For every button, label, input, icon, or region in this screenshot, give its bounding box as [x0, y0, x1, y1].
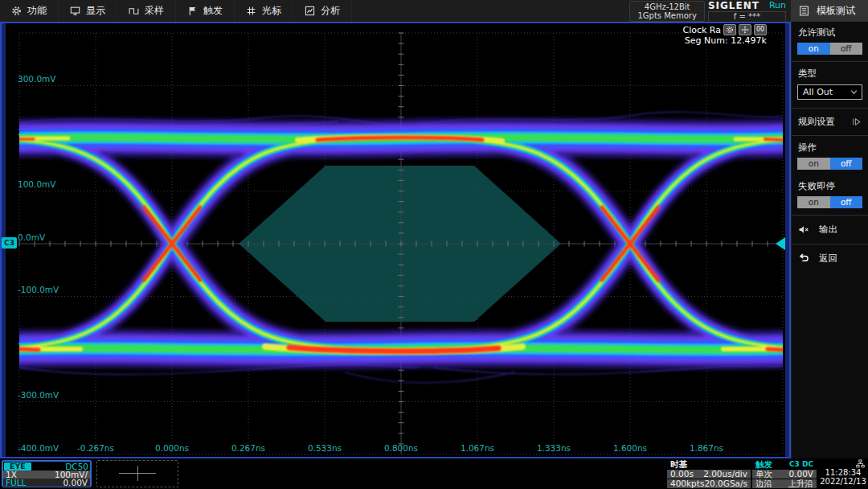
- move-icon: [741, 26, 749, 34]
- value-badge[interactable]: 00: [754, 24, 767, 35]
- speaker-mute-icon: [798, 224, 810, 235]
- channel-bandwidth: FULL: [6, 479, 26, 487]
- channel-offset: 0.00V: [63, 479, 88, 487]
- eye-diagram-waveform: 300.0mV200.0mV100.0mV0.0mV-100.0mV-200.0…: [0, 22, 791, 458]
- menu-item-label: 采样: [145, 4, 164, 18]
- allow-test-on-button[interactable]: on: [797, 43, 830, 55]
- channel-eye-badge: EYE: [4, 462, 31, 471]
- flag-icon: [187, 6, 198, 16]
- menu-items: 功能显示采样触发光标分析: [0, 0, 352, 22]
- x-axis-label: 1.067ns: [461, 443, 494, 453]
- x-axis-label: 0.800ns: [384, 443, 418, 453]
- channel-c3-marker[interactable]: C3: [2, 237, 17, 249]
- trigger-type: 边沿: [755, 479, 772, 488]
- menu-item-cursors[interactable]: 光标: [235, 0, 293, 22]
- menu-item-analysis[interactable]: 分析: [293, 0, 352, 22]
- stop-on-fail-toggle[interactable]: on off: [797, 196, 862, 208]
- x-axis-label: 1.333ns: [537, 443, 571, 453]
- stop-on-fail-on-button[interactable]: on: [797, 196, 830, 208]
- rule-settings-button[interactable]: 规则设置: [792, 109, 868, 134]
- x-axis-labels: -0.267ns0.000ns0.267ns0.533ns0.800ns1.06…: [77, 443, 723, 453]
- allow-test-off-button[interactable]: off: [830, 43, 863, 55]
- x-axis-label: 0.000ns: [155, 443, 189, 453]
- back-icon: [798, 253, 810, 264]
- y-axis-label: -100.0mV: [18, 285, 59, 294]
- waveform-display[interactable]: 300.0mV200.0mV100.0mV0.0mV-100.0mV-200.0…: [0, 22, 791, 458]
- brand-box: SIGLENT Run f = ***: [708, 0, 786, 23]
- x-axis-label: 0.533ns: [308, 443, 342, 453]
- operate-toggle[interactable]: on off: [797, 158, 862, 170]
- trigger-level-marker[interactable]: [776, 237, 785, 250]
- allow-test-label: 允许测试: [792, 22, 868, 41]
- rule-settings-label: 规则设置: [798, 116, 835, 128]
- clock-date: 2022/12/13: [820, 477, 866, 486]
- display-icon: [70, 6, 80, 16]
- segment-count: Seg Num: 12.497k: [682, 35, 767, 46]
- operate-off-button[interactable]: off: [830, 158, 863, 170]
- acquisition-status[interactable]: Run: [769, 0, 786, 10]
- y-axis-label: -400.0mV: [18, 443, 59, 453]
- menu-item-label: 功能: [27, 4, 47, 18]
- timebase-label: 时基: [670, 459, 687, 469]
- menu-item-trigger[interactable]: 触发: [176, 0, 235, 22]
- trigger-box[interactable]: 触发 C3 DC 单次 0.00V 边沿 上升沿: [752, 459, 817, 488]
- menubar-spacer: [352, 0, 629, 22]
- plus-icon: [137, 466, 138, 481]
- menu-bar: 功能显示采样触发光标分析 4GHz-12Bit 1Gpts Memory SIG…: [0, 0, 868, 22]
- menu-item-display[interactable]: 显示: [59, 0, 117, 22]
- mask-type-value: All Out: [803, 87, 833, 97]
- output-label: 输出: [819, 224, 837, 236]
- hardware-info: 4GHz-12Bit 1Gpts Memory: [629, 1, 704, 22]
- menu-item-label: 分析: [321, 4, 340, 18]
- plot-info-overlay: Clock Ra 00 Seg Num: 12.497k: [682, 24, 767, 46]
- x-axis-label: -0.267ns: [77, 443, 114, 453]
- allow-test-toggle[interactable]: on off: [797, 43, 862, 55]
- mask-type-dropdown[interactable]: All Out: [797, 84, 862, 100]
- menu-item-function[interactable]: 功能: [0, 0, 59, 22]
- y-axis-label: -300.0mV: [18, 390, 59, 400]
- cursors-icon: [246, 6, 256, 16]
- output-button[interactable]: 输出: [792, 216, 868, 243]
- trigger-mode: 单次: [755, 470, 772, 479]
- menu-item-label: 光标: [262, 4, 281, 18]
- analysis-icon: [305, 6, 315, 16]
- gear-icon: [726, 26, 734, 34]
- status-bar: EYE DC50 1X 100mV/ FULL 0.00V 时基 0.00s 2…: [0, 458, 868, 489]
- timebase-box[interactable]: 时基 0.00s 2.00us/div 400kpts 20.0GSa/s: [667, 459, 751, 488]
- datetime-box: 11:28:34 2022/12/13: [818, 459, 868, 488]
- timebase-delay: 0.00s: [670, 470, 694, 479]
- operate-on-button[interactable]: on: [797, 158, 830, 170]
- mask-test-panel: 允许测试 on off 类型 All Out 规则设置 操作 on off 失: [791, 22, 868, 458]
- x-axis-label: 0.267ns: [231, 443, 265, 453]
- add-channel-box[interactable]: [96, 460, 178, 487]
- stop-on-fail-off-button[interactable]: off: [830, 196, 863, 208]
- channel-info-box[interactable]: EYE DC50 1X 100mV/ FULL 0.00V: [2, 460, 92, 487]
- divider: [792, 61, 868, 62]
- network-icon: [856, 459, 865, 468]
- brand-logo: SIGLENT: [708, 0, 760, 11]
- memory-depth: 400kpts: [670, 479, 704, 488]
- menu-item-label: 显示: [86, 4, 105, 18]
- clock-time: 11:28:34: [825, 468, 862, 477]
- oscilloscope-screen: 功能显示采样触发光标分析 4GHz-12Bit 1Gpts Memory SIG…: [0, 0, 868, 489]
- x-axis-label: 1.600ns: [613, 443, 647, 453]
- move-button[interactable]: [739, 24, 751, 35]
- trigger-slope: 上升沿: [788, 479, 814, 488]
- sample-rate: 20.0GSa/s: [704, 479, 747, 488]
- divider: [792, 135, 868, 136]
- trigger-level: 0.00V: [788, 470, 813, 479]
- y-axis-label: 300.0mV: [18, 74, 56, 84]
- menu-item-acquire[interactable]: 采样: [117, 0, 176, 22]
- frequency-counter: f = ***: [708, 11, 786, 23]
- clock-settings-button[interactable]: [723, 24, 736, 35]
- back-button[interactable]: 返回: [792, 245, 868, 272]
- gear-icon: [11, 6, 22, 16]
- panel-title: 模板测试: [817, 4, 855, 18]
- y-axis-label: 100.0mV: [18, 179, 56, 189]
- divider: [792, 244, 868, 244]
- chevron-down-icon: [850, 88, 858, 97]
- acquire-icon: [129, 6, 139, 16]
- trigger-source: C3 DC: [789, 459, 813, 469]
- trigger-label: 触发: [755, 459, 772, 469]
- memory-label: 1Gpts Memory: [637, 11, 696, 20]
